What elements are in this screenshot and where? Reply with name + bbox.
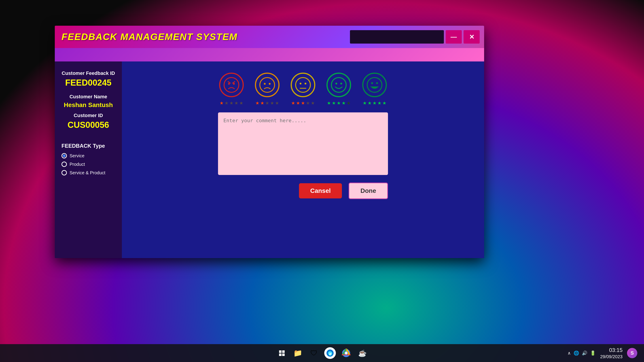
star-5: ★ [382,100,386,106]
chrome-browser-icon[interactable] [340,347,352,359]
angry-face-svg [224,77,239,93]
taskbar-clock: 03:15 29/09/2023 [600,347,622,359]
star-3: ★ [301,100,305,106]
system-tray-icons: ∧ 🌐 🔊 🔋 [568,350,596,356]
comment-textarea[interactable] [218,112,388,175]
main-content: Customer Feedback ID FEED00245 Customer … [55,61,484,258]
star-1: ★ [291,100,295,106]
emoji-face-happy [326,73,351,97]
star-3: ★ [265,100,269,106]
radio-product[interactable]: Product [62,162,115,167]
star-3: ★ [230,100,234,106]
neutral-face-svg [295,77,311,93]
star-1: ★ [363,100,367,106]
feedback-type-radio-group: Service Product Service & Product [62,153,115,175]
star-5: ★ [311,100,315,106]
star-2: ★ [368,100,372,106]
rating-very-happy[interactable]: ★ ★ ★ ★ ★ [362,73,387,106]
star-2: ★ [332,100,336,106]
user-avatar[interactable]: S [627,348,637,358]
star-4: ★ [306,100,310,106]
app-window: FEEDBACK MANAGEMENT SYSTEM — ✕ Customer … [55,26,484,258]
star-4: ★ [342,100,346,106]
emoji-face-angry [219,73,244,97]
svg-point-12 [332,77,346,92]
svg-point-0 [224,77,239,92]
feedback-id-label: Customer Feedback ID [62,70,115,76]
stars-angry: ★ ★ ★ ★ ★ [220,100,243,106]
chevron-up-icon[interactable]: ∧ [568,350,571,356]
volume-icon: 🔊 [582,350,588,356]
svg-point-4 [233,83,235,85]
emoji-rating-row: ★ ★ ★ ★ ★ [219,73,387,106]
customer-name-value: Heshan Santush [62,101,115,109]
taskbar: 📁 🛡 [0,344,644,362]
svg-point-9 [300,83,302,84]
clock-time: 03:15 [600,347,622,354]
feedback-type-heading: FEEDBACK Type [62,143,115,149]
svg-point-15 [367,77,382,92]
svg-point-8 [296,77,310,92]
close-button[interactable]: ✕ [464,30,480,43]
app-title: FEEDBACK MANAGEMENT SYSTEM [62,31,238,42]
svg-point-22 [345,352,348,355]
very-happy-face-svg [367,77,382,93]
taskbar-right: ∧ 🌐 🔊 🔋 03:15 29/09/2023 S [568,347,637,359]
java-icon[interactable]: ☕ [356,347,368,359]
minimize-button[interactable]: — [446,30,462,43]
stars-neutral: ★ ★ ★ ★ ★ [291,100,315,106]
radio-service-product[interactable]: Service & Product [62,170,115,175]
customer-id-label: Customer ID [62,113,115,118]
radio-service[interactable]: Service [62,153,115,158]
rating-happy[interactable]: ★ ★ ★ ★ ★ [326,73,351,106]
star-3: ★ [337,100,341,106]
done-button[interactable]: Done [348,183,388,199]
star-5: ★ [275,100,279,106]
star-1: ★ [327,100,331,106]
cancel-button[interactable]: Cansel [299,183,342,198]
star-4: ★ [234,100,238,106]
edge-browser-icon[interactable] [324,347,336,359]
svg-line-2 [232,81,235,83]
star-5: ★ [346,100,350,106]
svg-point-13 [336,83,337,84]
svg-point-10 [304,83,306,84]
rating-angry[interactable]: ★ ★ ★ ★ ★ [219,73,244,106]
radio-product-label: Product [70,162,85,167]
radio-service-product-label: Service & Product [70,170,105,175]
shield-icon[interactable]: 🛡 [308,347,320,359]
action-buttons-row: Cansel Done [218,183,388,199]
svg-point-14 [340,83,342,84]
feedback-id-value: FEED00245 [62,78,115,88]
star-2: ★ [260,100,264,106]
star-3: ★ [372,100,376,106]
file-explorer-icon[interactable]: 📁 [292,347,304,359]
radio-circle-product [62,162,67,167]
left-panel: Customer Feedback ID FEED00245 Customer … [55,61,122,258]
star-4: ★ [378,100,382,106]
customer-name-label: Customer Name [62,94,115,100]
network-icon: 🌐 [574,350,579,356]
title-search-input[interactable] [350,30,444,43]
emoji-face-very-happy [362,73,387,97]
stars-happy: ★ ★ ★ ★ ★ [327,100,350,106]
customer-id-value: CUS00056 [62,120,115,130]
windows-start-icon[interactable] [276,347,288,359]
happy-face-svg [331,77,346,93]
rating-sad[interactable]: ★ ★ ★ ★ ★ [255,73,280,106]
radio-service-label: Service [70,153,84,158]
title-bar-controls: — ✕ [350,30,480,43]
stars-sad: ★ ★ ★ ★ ★ [255,100,279,106]
svg-point-6 [264,83,266,85]
svg-point-16 [371,82,373,84]
stars-very-happy: ★ ★ ★ ★ ★ [363,100,386,106]
svg-line-1 [228,81,230,83]
star-4: ★ [270,100,274,106]
radio-circle-service [62,153,67,158]
star-1: ★ [220,100,224,106]
comment-area [218,112,388,176]
star-1: ★ [255,100,260,106]
avatar-label: S [630,350,634,356]
star-5: ★ [239,100,243,106]
rating-neutral[interactable]: ★ ★ ★ ★ ★ [291,73,315,106]
